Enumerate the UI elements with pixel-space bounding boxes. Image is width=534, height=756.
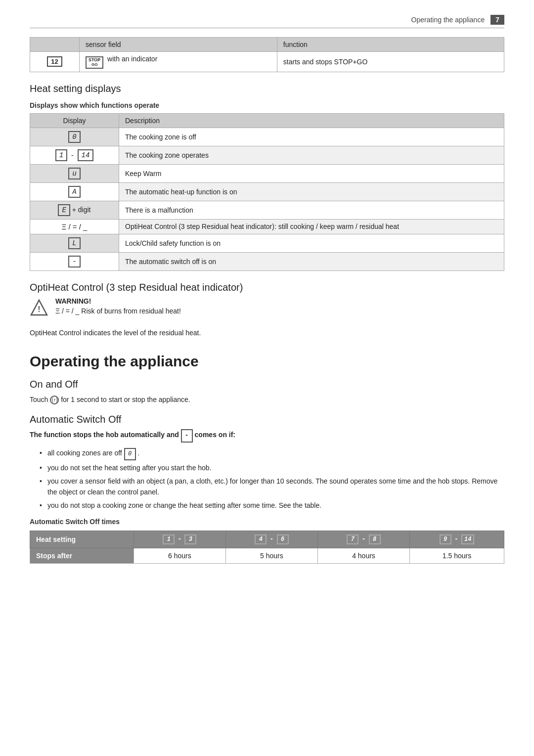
auto-switch-off-title: Automatic Switch Off — [30, 414, 504, 425]
auto-switch-off-subtitle: The function stops the hob automatically… — [30, 429, 504, 443]
sensor-col-num-header — [30, 38, 80, 52]
display-row-5: Ξ / = / _ OptiHeat Control (3 step Resid… — [30, 219, 504, 234]
bullet-item-1: all cooking zones are off 0 . — [40, 447, 504, 460]
bullet-item-2: you do not set the heat setting after yo… — [40, 462, 504, 473]
heat-range-1-header: 1 - 3 — [134, 531, 225, 548]
bullet-item-3: you cover a sensor field with an object … — [40, 476, 504, 498]
display-row-4: E + digit There is a malfunction — [30, 201, 504, 219]
heat-setting-subtitle: Displays show which functions operate — [30, 101, 504, 109]
display-row-2: u Keep Warm — [30, 164, 504, 182]
sensor-row-function: starts and stops STOP+GO — [277, 52, 504, 72]
heat-range-3-header: 7 - 8 — [317, 531, 409, 548]
warning-content: WARNING! Ξ / = / _ Risk of burns from re… — [55, 297, 181, 315]
svg-text:!: ! — [38, 305, 40, 313]
auto-switch-off-section: Automatic Switch Off The function stops … — [30, 414, 504, 564]
heat-setting-title: Heat setting displays — [30, 83, 504, 94]
desc-5: OptiHeat Control (3 step Residual heat i… — [119, 219, 504, 234]
stops-value-1: 6 hours — [134, 548, 225, 564]
heat-setting-header: Heat setting — [30, 531, 134, 548]
display-table: Display Description 0 The cooking zone i… — [30, 113, 504, 271]
stops-after-row: Stops after 6 hours 5 hours 4 hours 1.5 … — [30, 548, 504, 564]
desc-0: The cooking zone is off — [119, 128, 504, 146]
display-sym-1: 1 - 14 — [30, 146, 119, 164]
sensor-row-sensor: STOP GO with an indicator — [80, 52, 277, 72]
desc-6: Lock/Child safety function is on — [119, 234, 504, 252]
optiheat-section: OptiHeat Control (3 step Residual heat i… — [30, 282, 504, 338]
heat-setting-displays-section: Heat setting displays Displays show whic… — [30, 83, 504, 271]
heat-range-4-header: 9 - 14 — [410, 531, 504, 548]
display-sym-4: E + digit — [30, 201, 119, 219]
desc-3: The automatic heat-up function is on — [119, 182, 504, 201]
display-sym-0: 0 — [30, 128, 119, 146]
on-off-title: On and Off — [30, 379, 504, 390]
desc-7: The automatic switch off is on — [119, 252, 504, 270]
page-header: Operating the appliance 7 — [30, 15, 504, 28]
number-badge: 12 — [47, 56, 62, 67]
display-sym-6: L — [30, 234, 119, 252]
display-row-0: 0 The cooking zone is off — [30, 128, 504, 146]
heat-times-table: Heat setting 1 - 3 4 - 6 7 - 8 — [30, 531, 504, 564]
stops-after-label: Stops after — [30, 548, 134, 564]
sensor-table-row: 12 STOP GO with an indicator starts and … — [30, 52, 504, 72]
warning-text: Ξ / = / _ Risk of burns from residual he… — [55, 307, 181, 315]
stops-value-3: 4 hours — [317, 548, 409, 564]
stops-value-4: 1.5 hours — [410, 548, 504, 564]
on-off-section: On and Off Touch ⒭ for 1 second to start… — [30, 379, 504, 405]
operating-big-title: Operating the appliance — [30, 353, 504, 370]
desc-4: There is a malfunction — [119, 201, 504, 219]
display-row-6: L Lock/Child safety function is on — [30, 234, 504, 252]
sensor-col-sensor-header: sensor field — [80, 38, 277, 52]
display-sym-5: Ξ / = / _ — [30, 219, 119, 234]
display-col-header: Display — [30, 113, 119, 128]
desc-1: The cooking zone operates — [119, 146, 504, 164]
bullet-list: all cooking zones are off 0 . you do not… — [40, 447, 504, 511]
optiheat-body: OptiHeat Control indicates the level of … — [30, 327, 504, 338]
warning-title: WARNING! — [55, 297, 181, 305]
display-sym-2: u — [30, 164, 119, 182]
display-row-3: A The automatic heat-up function is on — [30, 182, 504, 201]
display-sym-7: - — [30, 252, 119, 270]
stops-value-2: 5 hours — [225, 548, 317, 564]
display-sym-3: A — [30, 182, 119, 201]
desc-2: Keep Warm — [119, 164, 504, 182]
optiheat-title: OptiHeat Control (3 step Residual heat i… — [30, 282, 504, 293]
sensor-row-number: 12 — [30, 52, 80, 72]
sensor-table: sensor field function 12 STOP GO with an… — [30, 37, 504, 72]
sensor-col-function-header: function — [277, 38, 504, 52]
stop-icon: STOP GO — [86, 56, 103, 69]
page-number: 7 — [490, 15, 504, 25]
description-col-header: Description — [119, 113, 504, 128]
header-title: Operating the appliance — [411, 16, 485, 24]
on-off-body: Touch ⒭ for 1 second to start or stop th… — [30, 394, 504, 405]
display-row-7: - The automatic switch off is on — [30, 252, 504, 270]
times-subtitle: Automatic Switch Off times — [30, 518, 504, 526]
heat-range-2-header: 4 - 6 — [225, 531, 317, 548]
warning-block: ! WARNING! Ξ / = / _ Risk of burns from … — [30, 297, 504, 320]
warning-triangle-icon: ! — [30, 298, 48, 320]
display-row-1: 1 - 14 The cooking zone operates — [30, 146, 504, 164]
bullet-item-4: you do not stop a cooking zone or change… — [40, 500, 504, 511]
power-icon: ⒭ — [50, 396, 59, 404]
